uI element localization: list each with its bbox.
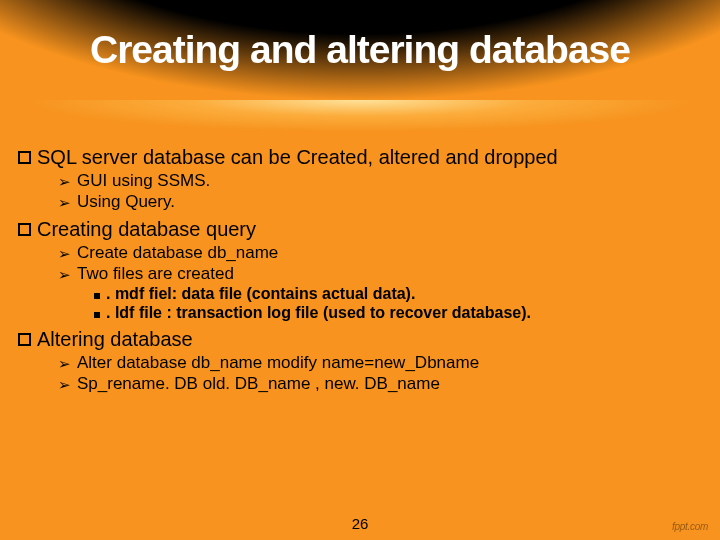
bullet-level2: ➢ Two files are created [58, 264, 702, 284]
bullet-text: Alter database db_name modify name=new_D… [77, 353, 479, 373]
square-bullet-icon [18, 223, 31, 236]
triangle-bullet-icon: ➢ [58, 195, 71, 210]
bullet-text: GUI using SSMS. [77, 171, 210, 191]
bullet-text: . mdf fiel: data file (contains actual d… [106, 285, 415, 303]
bullet-level2: ➢ Using Query. [58, 192, 702, 212]
triangle-bullet-icon: ➢ [58, 356, 71, 371]
bullet-level1: SQL server database can be Created, alte… [18, 146, 702, 169]
bullet-text: Two files are created [77, 264, 234, 284]
bullet-text: . ldf file : transaction log file (used … [106, 304, 531, 322]
page-number: 26 [0, 515, 720, 532]
bullet-text: Using Query. [77, 192, 175, 212]
square-dot-icon [94, 293, 100, 299]
square-bullet-icon [18, 333, 31, 346]
footer-logo: fppt.com [672, 521, 708, 532]
triangle-bullet-icon: ➢ [58, 246, 71, 261]
bullet-level2: ➢ GUI using SSMS. [58, 171, 702, 191]
bullet-level1: Creating database query [18, 218, 702, 241]
triangle-bullet-icon: ➢ [58, 377, 71, 392]
square-dot-icon [94, 312, 100, 318]
slide-title: Creating and altering database [0, 28, 720, 72]
bullet-text: Altering database [37, 328, 193, 351]
bullet-text: Create database db_name [77, 243, 278, 263]
bullet-text: Creating database query [37, 218, 256, 241]
bullet-level3: . ldf file : transaction log file (used … [94, 304, 702, 322]
bullet-text: Sp_rename. DB old. DB_name , new. DB_nam… [77, 374, 440, 394]
bullet-level3: . mdf fiel: data file (contains actual d… [94, 285, 702, 303]
triangle-bullet-icon: ➢ [58, 267, 71, 282]
bullet-text: SQL server database can be Created, alte… [37, 146, 558, 169]
bullet-level2: ➢ Create database db_name [58, 243, 702, 263]
square-bullet-icon [18, 151, 31, 164]
triangle-bullet-icon: ➢ [58, 174, 71, 189]
title-band: Creating and altering database [0, 0, 720, 140]
bullet-level2: ➢ Alter database db_name modify name=new… [58, 353, 702, 373]
bullet-level1: Altering database [18, 328, 702, 351]
bullet-level2: ➢ Sp_rename. DB old. DB_name , new. DB_n… [58, 374, 702, 394]
slide-content: SQL server database can be Created, alte… [18, 140, 702, 395]
